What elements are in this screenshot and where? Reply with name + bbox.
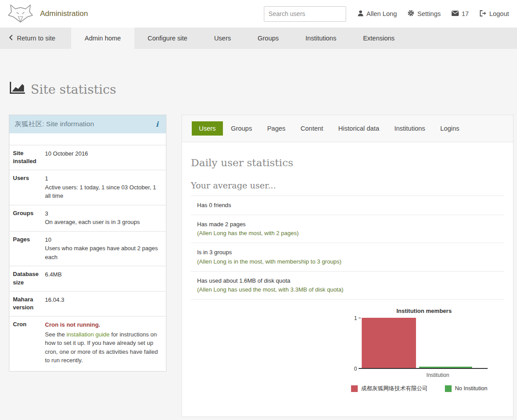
- stats-tab-groups[interactable]: Groups: [224, 121, 259, 136]
- return-to-site-link[interactable]: Return to site: [0, 28, 64, 49]
- stats-tab-content[interactable]: Content: [294, 121, 331, 136]
- stats-tab-historical-data[interactable]: Historical data: [331, 121, 386, 136]
- stat-item-pages: Has made 2 pages (Allen Long has the mos…: [191, 215, 504, 243]
- nav-item-configure-site[interactable]: Configure site: [134, 28, 201, 49]
- person-icon: [358, 10, 364, 18]
- legend-swatch-green: [445, 385, 452, 392]
- logout-icon: [480, 10, 486, 18]
- site-information-panel: 灰狐社区: Site information i Site installed …: [9, 115, 166, 372]
- chart-y-axis: 1 0: [351, 318, 361, 369]
- envelope-icon: [452, 10, 459, 17]
- site-title[interactable]: Administration: [40, 9, 88, 18]
- average-user-list: Has 0 friends Has made 2 pages (Allen Lo…: [191, 196, 504, 300]
- stat-item-groups: Is in 3 groups (Allen Long is in the mos…: [191, 243, 504, 271]
- legend-item-institution: 成都灰狐网络技术有限公司: [351, 385, 428, 392]
- chevron-left-icon: [9, 35, 13, 42]
- site-info-row-groups: Groups 3 On average, each user is in 3 g…: [9, 205, 166, 232]
- statistics-panel: Users Groups Pages Content Historical da…: [182, 115, 513, 417]
- y-tick-min: 0: [354, 366, 357, 372]
- stats-tab-institutions[interactable]: Institutions: [387, 121, 432, 136]
- site-information-spacer: [9, 133, 166, 145]
- legend-item-no-institution: No Institution: [445, 385, 488, 392]
- page-title: Site statistics: [0, 82, 517, 97]
- site-info-row-users: Users 1 Active users: 1 today, 1 since 0…: [9, 170, 166, 205]
- stat-item-friends: Has 0 friends: [191, 196, 504, 215]
- main-content: Site statistics 灰狐社区: Site information i…: [0, 82, 517, 420]
- bar-no-institution: [419, 367, 473, 368]
- logout-label: Logout: [489, 10, 509, 17]
- bar-institution: [362, 318, 416, 368]
- inbox-link[interactable]: 17: [452, 10, 469, 17]
- logout-link[interactable]: Logout: [480, 10, 509, 18]
- user-name: Allen Long: [367, 10, 397, 17]
- user-menu[interactable]: Allen Long: [358, 10, 397, 18]
- site-info-row-version: Mahara version 16.04.3: [9, 292, 166, 316]
- site-info-row-cron: Cron Cron is not running. See the instal…: [9, 316, 166, 371]
- gear-icon: [408, 10, 414, 18]
- nav-item-users[interactable]: Users: [201, 28, 244, 49]
- chart-plot-row: 1 0: [334, 318, 504, 369]
- admin-nav-tabs: Admin home Configure site Users Groups I…: [64, 28, 408, 49]
- stat-item-quota: Has used about 1.6MB of disk quota (Alle…: [191, 272, 504, 300]
- stat-link-groups[interactable]: (Allen Long is in the most, with members…: [197, 257, 504, 266]
- inbox-count: 17: [462, 10, 469, 17]
- site-logo[interactable]: [8, 3, 33, 25]
- cron-warning: Cron is not running.: [45, 320, 161, 329]
- settings-link[interactable]: Settings: [408, 10, 440, 18]
- header-actions: Allen Long Settings 17: [264, 6, 509, 22]
- chart-x-axis-label: Institution: [377, 372, 504, 378]
- settings-label: Settings: [417, 10, 440, 17]
- site-info-row-installed: Site installed 10 October 2016: [9, 145, 166, 170]
- installation-guide-link[interactable]: installation guide: [66, 331, 109, 338]
- legend-swatch-red: [351, 385, 358, 392]
- site-info-row-pages: Pages 10 Users who make pages have about…: [9, 232, 166, 267]
- page-title-text: Site statistics: [31, 82, 116, 97]
- nav-item-groups[interactable]: Groups: [244, 28, 292, 49]
- chart-plot-area: [361, 318, 488, 369]
- nav-item-extensions[interactable]: Extensions: [350, 28, 408, 49]
- institution-members-chart: Institution members 1 0 Institution: [334, 308, 504, 392]
- nav-item-institutions[interactable]: Institutions: [292, 28, 350, 49]
- stat-link-quota[interactable]: (Allen Long has used the most, with 3.3M…: [197, 285, 504, 294]
- cron-detail: See the installation guide for instructi…: [45, 330, 161, 365]
- daily-stats-heading: Daily user statistics: [191, 157, 504, 168]
- brand: Administration: [8, 3, 88, 25]
- search-input[interactable]: [264, 6, 346, 22]
- top-header: Administration Allen Long Settings: [0, 0, 517, 28]
- statistics-tabs: Users Groups Pages Content Historical da…: [182, 115, 513, 142]
- chart-title: Institution members: [334, 308, 504, 314]
- site-information-title: 灰狐社区: Site information: [15, 120, 156, 129]
- return-to-site-label: Return to site: [17, 35, 55, 42]
- stat-link-pages[interactable]: (Allen Long has the most, with 2 pages): [197, 229, 504, 238]
- admin-nav: Return to site Admin home Configure site…: [0, 28, 517, 49]
- stats-tab-logins[interactable]: Logins: [433, 121, 467, 136]
- site-information-heading: 灰狐社区: Site information i: [9, 115, 166, 133]
- chart-legend: 成都灰狐网络技术有限公司 No Institution: [334, 385, 504, 392]
- content-columns: 灰狐社区: Site information i Site installed …: [0, 97, 517, 420]
- average-user-heading: Your average user...: [191, 180, 504, 190]
- nav-item-admin-home[interactable]: Admin home: [71, 28, 134, 49]
- y-tick-max: 1: [354, 315, 357, 321]
- stats-tab-pages[interactable]: Pages: [260, 121, 292, 136]
- stats-tab-users[interactable]: Users: [192, 121, 223, 136]
- area-chart-icon: [10, 82, 25, 97]
- info-icon[interactable]: i: [156, 120, 161, 128]
- statistics-content: Daily user statistics Your average user.…: [182, 142, 513, 416]
- site-info-row-database: Database size 6.4MB: [9, 266, 166, 291]
